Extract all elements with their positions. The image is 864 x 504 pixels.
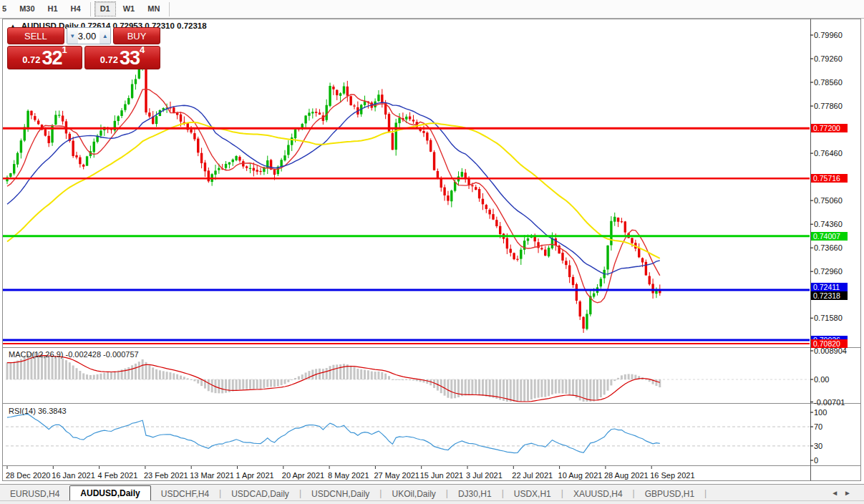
timeframe-button-h1[interactable]: H1 [42, 1, 64, 16]
price-axis-label: 0.79260 [814, 54, 843, 63]
price-level-badge-0.72411: 0.72411 [811, 283, 848, 291]
date-axis-label: 8 May 2021 [328, 471, 369, 480]
rsi-axis-label: 0 [814, 456, 818, 465]
chart-tab-bar: EURUSD,H4AUDUSD,DailyUSDCHF,H4|USDCAD,Da… [0, 484, 864, 501]
volume-spinner: ▼ 3.00 ▲ [67, 27, 111, 44]
date-axis-label: 23 Feb 2021 [144, 471, 188, 480]
macd-axis-label: 0.00 [814, 375, 829, 384]
price-axis-label: 0.77860 [814, 102, 843, 110]
buy-price-prefix: 0.72 [100, 53, 118, 67]
timeframe-button-m30[interactable]: M30 [14, 1, 40, 16]
chart-tab-dj30-h1[interactable]: DJ30,H1 [448, 487, 502, 501]
date-axis-label: 15 Jun 2021 [420, 471, 464, 480]
buy-price-display[interactable]: 0.72 33 4 [84, 46, 160, 69]
chart-tab-usdx-h1[interactable]: USDX,H1 [504, 487, 561, 501]
sell-price-prefix: 0.72 [22, 53, 40, 67]
price-level-badge-0.77200: 0.77200 [811, 124, 848, 132]
rsi-axis-label: 70 [814, 422, 822, 431]
timeframe-button-h4[interactable]: H4 [65, 1, 87, 16]
buy-button[interactable]: BUY [113, 27, 160, 44]
rsi-axis-label: 30 [814, 442, 822, 450]
date-axis-label: 22 Jul 2021 [512, 471, 553, 480]
price-axis-label: 0.78560 [814, 78, 843, 87]
date-axis-label: 20 Apr 2021 [282, 471, 324, 480]
sell-price-big: 32 [42, 49, 62, 67]
timeframe-toolbar: 5M30H1H4D1W1MN [0, 0, 864, 19]
chart-tab-ukoil-daily[interactable]: UKOil,Daily [382, 487, 445, 501]
macd-axis-label: -0.00701 [814, 398, 845, 407]
sell-button[interactable]: SELL [7, 27, 64, 44]
price-axis-label: 0.75060 [814, 196, 843, 205]
macd-label: MACD(12,26,9) -0.002428 -0.000757 [9, 350, 139, 359]
price-axis-label: 0.76460 [814, 149, 843, 158]
date-axis-label: 1 Apr 2021 [236, 471, 274, 480]
date-axis-label: 3 Jul 2021 [466, 471, 503, 480]
price-axis-label: 0.73660 [814, 243, 843, 252]
chart-tab-eurusd-h4[interactable]: EURUSD,H4 [0, 487, 69, 501]
date-axis-label: 28 Dec 2020 [6, 471, 50, 480]
date-axis-label: 13 Mar 2021 [190, 471, 234, 480]
date-axis-label: 16 Jan 2021 [52, 471, 95, 480]
timeframe-button-d1[interactable]: D1 [94, 1, 116, 16]
tab-separator: | [704, 488, 707, 498]
volume-decrease-button[interactable]: ▼ [67, 28, 78, 44]
date-axis-label: 10 Aug 2021 [558, 471, 603, 480]
date-axis-label: 16 Sep 2021 [650, 471, 694, 480]
tab-scroll-buttons[interactable]: ◄► [831, 489, 857, 497]
timeframe-button-mn[interactable]: MN [142, 1, 165, 16]
chart-tab-usdcnh-daily[interactable]: USDCNH,Daily [301, 487, 379, 501]
chart-tab-usdchf-h4[interactable]: USDCHF,H4 [151, 487, 219, 501]
volume-input[interactable]: 3.00 [78, 28, 99, 44]
sell-price-display[interactable]: 0.72 32 1 [7, 46, 82, 69]
toolbar-separator [169, 2, 170, 16]
date-axis-label: 4 Feb 2021 [98, 471, 138, 480]
volume-increase-button[interactable]: ▲ [99, 28, 110, 44]
price-axis-label: 0.71580 [814, 314, 843, 322]
chart-tab-xauusd-h4[interactable]: XAUUSD,H4 [563, 487, 633, 501]
rsi-axis-label: 100 [814, 408, 827, 417]
price-axis-label: 0.72960 [814, 267, 843, 276]
date-axis-label: 27 May 2021 [374, 471, 419, 480]
price-axis-label: 0.79960 [814, 31, 843, 39]
buy-price-big: 33 [120, 49, 140, 67]
price-axis-label: 0.74360 [814, 220, 843, 228]
timeframe-button-5[interactable]: 5 [1, 1, 12, 16]
date-axis-label: 28 Aug 2021 [604, 471, 649, 480]
timeframe-button-w1[interactable]: W1 [117, 1, 141, 16]
sell-price-pip: 1 [62, 39, 67, 61]
chart-canvas[interactable] [0, 0, 864, 504]
buy-price-pip: 4 [140, 39, 145, 61]
price-level-badge-0.74007: 0.74007 [811, 232, 848, 241]
rsi-label: RSI(14) 36.3843 [9, 407, 67, 415]
price-level-badge-0.70820: 0.70820 [811, 339, 848, 348]
toolbar-separator [90, 2, 91, 16]
status-strip [0, 500, 864, 504]
price-level-badge-0.72318: 0.72318 [811, 291, 848, 300]
one-click-trade-panel: SELL ▼ 3.00 ▲ BUY 0.72 32 1 0.72 33 4 [7, 27, 160, 69]
chart-tab-usdcad-daily[interactable]: USDCAD,Daily [221, 487, 299, 501]
chart-tab-gbpusd-h1[interactable]: GBPUSD,H1 [635, 487, 704, 501]
chart-tab-audusd-daily[interactable]: AUDUSD,Daily [69, 485, 150, 501]
price-level-badge-0.75716: 0.75716 [811, 174, 848, 183]
